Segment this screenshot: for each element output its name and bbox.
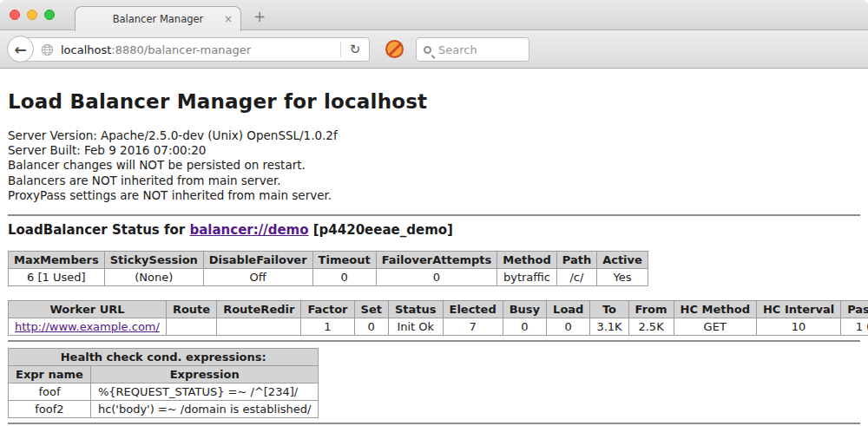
table-cell: 0 [312,269,376,286]
table-row: http://www.example.com/ 1 0 Init Ok 7 0 … [9,318,868,336]
table-cell: Off [203,269,312,286]
table-cell: 1 (0) [841,318,868,336]
tab-title: Balancer Manager [113,13,204,25]
reload-icon[interactable]: ↻ [341,42,369,57]
table-cell: Yes [597,269,648,286]
table-header-cell: MaxMembers [9,252,105,269]
navigation-toolbar: ← localhost:8880/balancer-manager ↻ ☆ [0,30,868,69]
proxypass-note-line: ProxyPass settings are NOT inherited fro… [8,188,860,203]
table-header-cell: To [590,301,628,318]
plugin-blocked-icon[interactable] [385,40,404,58]
tab-close-icon[interactable]: × [224,13,233,25]
balancer-status-table: MaxMembers StickySession DisableFailover… [8,251,648,286]
section-divider [8,214,860,216]
table-header-cell: DisableFailover [203,252,312,269]
table-cell: 6 [1 Used] [9,269,105,286]
section-divider [8,340,860,342]
table-header-cell: Passes [841,301,868,318]
table-header-cell: HC Method [674,301,756,318]
search-icon [424,46,431,54]
balancer-demo-link[interactable]: balancer://demo [189,222,308,238]
table-cell: http://www.example.com/ [9,318,167,336]
tab-balancer-manager[interactable]: Balancer Manager × [75,6,241,31]
table-cell: 7 [443,318,503,336]
table-header-cell: Method [497,252,556,269]
table-header-cell: Path [556,252,596,269]
table-header-cell: Timeout [312,252,376,269]
browser-window: Balancer Manager × + ← localhost:8880/ba… [0,0,868,426]
search-input[interactable] [438,43,516,56]
table-header-cell: Set [354,301,388,318]
table-header-row: Expr name Expression [9,366,319,383]
inherit-note-line: Balancers are NOT inherited from main se… [8,174,860,188]
table-cell: foof [9,383,91,401]
server-built-line: Server Built: Feb 9 2016 07:00:20 [8,143,860,158]
table-header-row: Worker URL Route RouteRedir Factor Set S… [9,301,868,318]
table-header-cell: From [628,301,674,318]
table-header-cell: Elected [443,301,503,318]
table-header-cell: HC Interval [756,301,840,318]
table-cell: 0 [503,318,546,336]
browser-titlebar: Balancer Manager × + [0,0,868,30]
table-cell: 2.5K [628,318,674,336]
health-check-table: Health check cond. expressions: Expr nam… [8,348,319,418]
loadbalancer-heading: LoadBalancer Status for balancer://demo … [8,222,860,238]
table-header-cell: RouteRedir [217,301,301,318]
url-input[interactable]: localhost:8880/balancer-manager ↻ [21,37,370,62]
table-header-cell: StickySession [104,252,203,269]
table-row: 6 [1 Used] (None) Off 0 0 bytraffic /c/ … [9,269,648,286]
search-box[interactable] [416,37,529,62]
table-cell: 1 [301,318,354,336]
window-controls [10,10,55,20]
table-header-cell: FailoverAttempts [376,252,497,269]
page-title: Load Balancer Manager for localhost [8,90,860,113]
table-cell: hc('body') =~ /domain is established/ [90,401,319,418]
zoom-window-button[interactable] [44,10,55,20]
server-version-line: Server Version: Apache/2.5.0-dev (Unix) … [8,128,860,143]
globe-icon [41,43,54,56]
table-header-cell: Factor [301,301,354,318]
table-cell [166,318,216,336]
table-header-cell: Expr name [9,366,91,383]
table-header-cell: Worker URL [9,301,167,318]
close-window-button[interactable] [10,10,20,20]
table-title-row: Health check cond. expressions: [9,349,319,366]
heading-suffix: [p4420eeae_demo] [309,222,453,238]
minimize-window-button[interactable] [27,10,37,20]
table-cell: (None) [104,269,203,286]
table-cell: 10 [756,318,840,336]
table-header-cell: Expression [90,366,319,383]
table-header-cell: Load [547,301,590,318]
table-cell [217,318,301,336]
table-header-cell: Active [597,252,648,269]
table-cell: GET [674,318,756,336]
health-table-title: Health check cond. expressions: [9,349,319,366]
worker-url-link[interactable]: http://www.example.com/ [15,320,160,333]
table-cell: /c/ [556,269,596,286]
table-cell: 3.1K [590,318,628,336]
back-button[interactable]: ← [7,36,34,62]
worker-status-table: Worker URL Route RouteRedir Factor Set S… [8,300,868,336]
table-header-cell: Status [388,301,443,318]
table-cell: Init Ok [388,318,443,336]
persist-note-line: Balancer changes will NOT be persisted o… [8,158,860,173]
table-row: foof %{REQUEST_STATUS} =~ /^[234]/ [9,383,319,401]
table-header-row: MaxMembers StickySession DisableFailover… [9,252,648,269]
table-cell: 0 [376,269,497,286]
table-cell: 0 [547,318,590,336]
table-cell: 0 [354,318,388,336]
table-cell: %{REQUEST_STATUS} =~ /^[234]/ [90,383,319,401]
new-tab-button[interactable]: + [253,8,266,25]
url-text: localhost:8880/balancer-manager [61,43,340,56]
heading-prefix: LoadBalancer Status for [8,222,189,238]
table-cell: bytraffic [497,269,556,286]
page-content: Load Balancer Manager for localhost Serv… [0,69,868,426]
table-header-cell: Busy [503,301,546,318]
table-header-cell: Route [166,301,216,318]
server-info: Server Version: Apache/2.5.0-dev (Unix) … [8,128,860,203]
table-cell: foof2 [9,401,91,418]
table-row: foof2 hc('body') =~ /domain is establish… [9,401,319,418]
footer-divider [8,423,860,424]
